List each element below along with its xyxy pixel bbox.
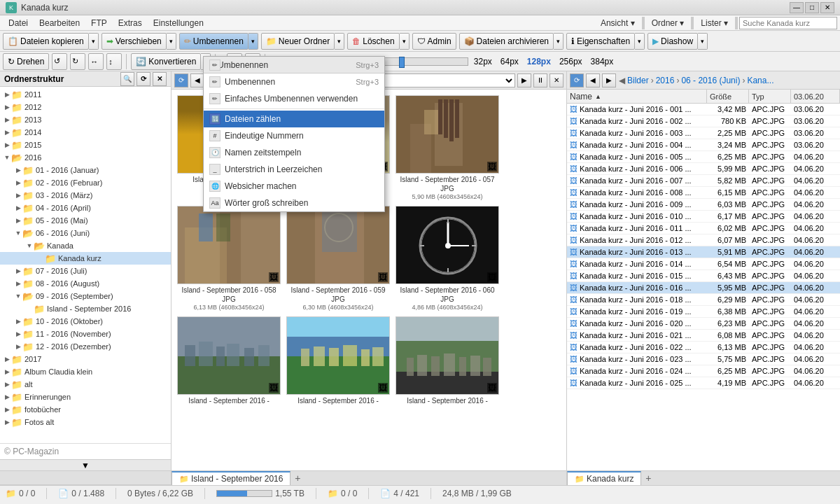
tree-item-oktober[interactable]: ▶📁 10 - 2016 (Oktober)	[0, 315, 171, 328]
delete-button[interactable]: 🗑 Löschen	[347, 33, 399, 50]
tab-kanada-kurz[interactable]: 📁 Kanada kurz	[567, 471, 641, 485]
col-size[interactable]: Größe	[707, 90, 749, 103]
flip-h-button[interactable]: ↔	[88, 53, 104, 70]
col-name[interactable]: Name ▲	[567, 90, 707, 103]
file-row-21[interactable]: 🖼Kanada kurz - Juni 2016 - 023 ... 5,75 …	[567, 354, 840, 365]
file-row-22[interactable]: 🖼Kanada kurz - Juni 2016 - 024 ... 6,25 …	[567, 365, 840, 377]
properties-arrow[interactable]: ▾	[635, 33, 645, 50]
tree-item-april[interactable]: ▶📁 04 - 2016 (April)	[0, 202, 171, 214]
menu-ftp[interactable]: FTP	[85, 17, 113, 29]
tree-item-februar[interactable]: ▶📁 02 - 2016 (Februar)	[0, 176, 171, 189]
copy-button[interactable]: 📋 Dateien kopieren	[3, 33, 89, 50]
dropdown-item-einfach[interactable]: ✏ Einfaches Umbenennen verwenden	[204, 90, 384, 107]
flip-v-button[interactable]: ↕	[106, 53, 122, 70]
menu-extras[interactable]: Extras	[113, 17, 148, 29]
menu-lister[interactable]: Lister ▾	[695, 17, 734, 29]
rename-button[interactable]: ✏ Umbenennen	[179, 33, 248, 50]
file-row-3[interactable]: 🖼Kanada kurz - Juni 2016 - 004 ... 3,24 …	[567, 139, 840, 151]
new-folder-button[interactable]: 📁 Neuer Ordner	[261, 33, 335, 50]
tree-item-september[interactable]: ▼📂 09 - 2016 (September)	[0, 290, 171, 302]
slideshow-arrow[interactable]: ▾	[698, 33, 708, 50]
mid-nav-pause[interactable]: ⏸	[533, 74, 547, 88]
file-row-16[interactable]: 🖼Kanada kurz - Juni 2016 - 018 ... 6,29 …	[567, 294, 840, 306]
thumb-item-059[interactable]: 🖼 Island - September 2016 - 059 JPG 6,30…	[286, 206, 390, 311]
search-input[interactable]	[739, 17, 837, 29]
new-folder-arrow[interactable]: ▾	[335, 33, 344, 50]
properties-button[interactable]: ℹ Eigenschaften	[566, 33, 635, 50]
rotate-ccw-button[interactable]: ↺	[52, 53, 67, 70]
right-nav-back[interactable]: ◀	[586, 74, 600, 88]
size-slider-thumb[interactable]	[399, 57, 405, 68]
tree-scroll-down[interactable]: ▼	[0, 459, 171, 470]
file-row-20[interactable]: 🖼Kanada kurz - Juni 2016 - 022 ... 6,13 …	[567, 342, 840, 354]
thumb-item-city3[interactable]: 🖼 Island - September 2016 -	[396, 316, 499, 405]
thumb-item-058[interactable]: 🖼 Island - September 2016 - 058 JPG 6,13…	[177, 206, 281, 311]
col-type[interactable]: Typ	[749, 90, 791, 103]
col-date[interactable]: 03.06.20	[791, 90, 840, 103]
breadcrumb-juni[interactable]: 06 - 2016 (Juni)	[681, 76, 740, 85]
file-row-7[interactable]: 🖼Kanada kurz - Juni 2016 - 008 ... 6,15 …	[567, 187, 840, 199]
tree-item-alt[interactable]: ▶📁 alt	[0, 378, 171, 391]
slideshow-button[interactable]: ▶ Diashow	[648, 33, 698, 50]
thumb-item-city1[interactable]: 🖼 Island - September 2016 -	[177, 316, 281, 405]
dropdown-item-websicher[interactable]: 🌐 Websicher machen	[204, 178, 384, 195]
tree-item-erinnerungen[interactable]: ▶📁 Erinnerungen	[0, 391, 171, 403]
file-row-23[interactable]: 🖼Kanada kurz - Juni 2016 - 025 ... 4,19 …	[567, 377, 840, 389]
dropdown-item-nummern[interactable]: # Eindeutige Nummern	[204, 127, 384, 144]
dropdown-item-umbenennen[interactable]: ✏ Umbenennen Strg+3	[204, 74, 384, 90]
tree-item-november[interactable]: ▶📁 11 - 2016 (November)	[0, 328, 171, 340]
file-row-10[interactable]: 🖼Kanada kurz - Juni 2016 - 011 ... 6,02 …	[567, 223, 840, 234]
right-nav-fwd[interactable]: ▶	[602, 74, 616, 88]
dropdown-item-woerter[interactable]: Aa Wörter groß schreiben	[204, 195, 384, 211]
rename-arrow[interactable]: ▾	[248, 33, 258, 50]
mid-panel-close[interactable]: ✕	[550, 74, 564, 88]
tree-item-fotobuecher[interactable]: ▶📁 fotobücher	[0, 403, 171, 416]
tree-close-button[interactable]: ✕	[153, 72, 167, 86]
file-row-17[interactable]: 🖼Kanada kurz - Juni 2016 - 019 ... 6,38 …	[567, 306, 840, 318]
file-row-15[interactable]: 🖼Kanada kurz - Juni 2016 - 016 ... 5,95 …	[567, 282, 840, 294]
file-row-18[interactable]: 🖼Kanada kurz - Juni 2016 - 020 ... 6,23 …	[567, 318, 840, 330]
archive-arrow[interactable]: ▾	[554, 33, 564, 50]
tab-add-left[interactable]: +	[290, 471, 304, 485]
delete-arrow[interactable]: ▾	[400, 33, 410, 50]
tree-item-2011[interactable]: ▶📁 2011	[0, 88, 171, 101]
menu-bearbeiten[interactable]: Bearbeiten	[34, 17, 85, 29]
tree-item-2012[interactable]: ▶📁 2012	[0, 101, 171, 113]
menu-einstellungen[interactable]: Einstellungen	[148, 17, 209, 29]
tree-item-fotos-alt[interactable]: ▶📁 Fotos alt	[0, 416, 171, 428]
mid-nav-play[interactable]: ▶	[517, 74, 531, 88]
tree-item-2016[interactable]: ▼📂 2016	[0, 151, 171, 164]
tree-item-august[interactable]: ▶📁 08 - 2016 (August)	[0, 277, 171, 290]
dropdown-item-zaehlen[interactable]: 🔢 Dateien zählen	[204, 111, 384, 127]
menu-datei[interactable]: Datei	[3, 17, 34, 29]
file-row-5[interactable]: 🖼Kanada kurz - Juni 2016 - 006 ... 5,99 …	[567, 163, 840, 175]
breadcrumb-2016[interactable]: 2016	[656, 76, 675, 85]
dropdown-item-unterstrich[interactable]: _ Unterstrich in Leerzeichen	[204, 161, 384, 178]
breadcrumb-kanada[interactable]: Kana...	[747, 76, 774, 85]
thumb-item-057[interactable]: 🖼 Island - September 2016 - 057 JPG 5,90…	[396, 95, 499, 200]
convert-button[interactable]: 🔄 Konvertieren	[131, 53, 201, 70]
file-row-0[interactable]: 🖼Kanada kurz - Juni 2016 - 001 ... 3,42 …	[567, 104, 840, 115]
move-button[interactable]: ➡ Verschieben	[102, 33, 167, 50]
rotate-button[interactable]: ↻ Drehen	[3, 53, 49, 70]
right-nav-refresh[interactable]: ⟳	[570, 74, 584, 88]
move-arrow[interactable]: ▾	[167, 33, 176, 50]
tree-item-juni[interactable]: ▼📂 06 - 2016 (Juni)	[0, 227, 171, 239]
menu-ansicht[interactable]: Ansicht ▾	[595, 17, 640, 29]
file-row-19[interactable]: 🖼Kanada kurz - Juni 2016 - 021 ... 6,08 …	[567, 330, 840, 342]
rotate-cw-button[interactable]: ↻	[70, 53, 85, 70]
tree-item-album-claudia[interactable]: ▶📁 Album Claudia klein	[0, 365, 171, 378]
maximize-button[interactable]: □	[805, 2, 819, 13]
tree-item-januar[interactable]: ▶📁 01 - 2016 (Januar)	[0, 164, 171, 176]
close-button[interactable]: ✕	[820, 2, 834, 13]
breadcrumb-bilder[interactable]: Bilder	[627, 76, 649, 85]
tree-search-button[interactable]: 🔍	[120, 72, 134, 86]
tree-sync-button[interactable]: ⟳	[136, 72, 150, 86]
tab-add-right[interactable]: +	[641, 471, 655, 485]
tree-item-2017[interactable]: ▶📁 2017	[0, 353, 171, 365]
tree-item-juli[interactable]: ▶📁 07 - 2016 (Juli)	[0, 265, 171, 277]
menu-ordner[interactable]: Ordner ▾	[646, 17, 690, 29]
tree-item-island-sep[interactable]: 📁 Island - September 2016	[0, 302, 171, 315]
tree-item-maerz[interactable]: ▶📁 03 - 2016 (März)	[0, 189, 171, 202]
tree-item-2013[interactable]: ▶📁 2013	[0, 113, 171, 126]
